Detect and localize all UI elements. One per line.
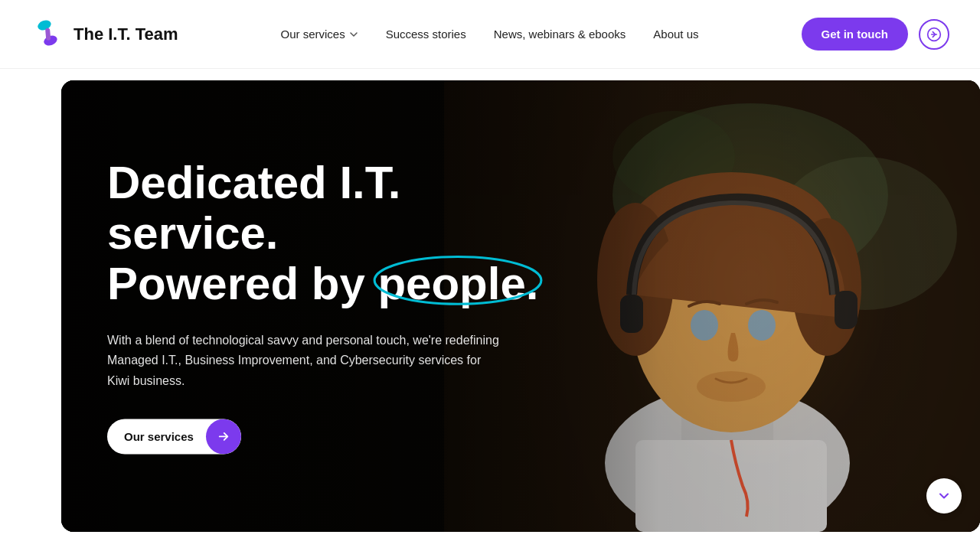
nav-news[interactable]: News, webinars & ebooks: [494, 28, 626, 41]
login-icon[interactable]: [919, 19, 949, 50]
hero-subtitle: With a blend of technological savvy and …: [107, 331, 505, 391]
chevron-down-icon: [936, 488, 952, 504]
arrow-right-icon: [206, 419, 241, 455]
nav-our-services[interactable]: Our services: [280, 28, 358, 41]
hero-title: Dedicated I.T. service. Powered by peopl…: [107, 158, 582, 309]
header-actions: Get in touch: [802, 18, 950, 51]
our-services-label: Our services: [124, 419, 194, 454]
logo-icon: [31, 18, 64, 51]
people-oval-highlight: [371, 253, 544, 308]
people-word: people.: [377, 259, 538, 309]
svg-point-0: [36, 18, 52, 31]
svg-point-20: [375, 257, 542, 305]
logo-area[interactable]: The I.T. Team: [31, 18, 178, 51]
our-services-button[interactable]: Our services: [107, 419, 241, 455]
site-header: The I.T. Team Our services Success stori…: [0, 0, 980, 69]
hero-content: Dedicated I.T. service. Powered by peopl…: [107, 158, 582, 454]
nav-success-stories[interactable]: Success stories: [386, 28, 466, 41]
chevron-down-icon: [349, 30, 358, 39]
get-in-touch-button[interactable]: Get in touch: [802, 18, 909, 51]
nav-about[interactable]: About us: [653, 28, 698, 41]
hero-section: Dedicated I.T. service. Powered by peopl…: [61, 80, 980, 532]
arrow-right-circle-icon: [926, 27, 942, 42]
svg-point-1: [42, 34, 58, 47]
logo-text: The I.T. Team: [74, 24, 178, 44]
scroll-down-button[interactable]: [926, 478, 962, 514]
main-nav: Our services Success stories News, webin…: [280, 28, 698, 41]
